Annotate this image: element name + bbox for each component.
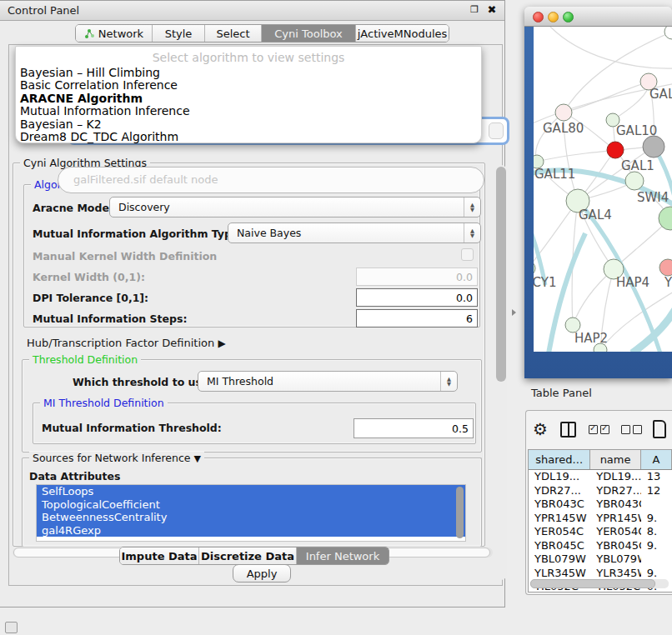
- mi-algorithm-type-combobox[interactable]: Naive Bayes ▲▼: [228, 222, 481, 243]
- dpi-tolerance-field[interactable]: 0.0: [356, 288, 478, 307]
- threshold-definition-group: Threshold Definition Which threshold to …: [22, 359, 482, 452]
- network-node[interactable]: [534, 261, 535, 276]
- sources-title[interactable]: Sources for Network Inference ▼: [29, 452, 204, 464]
- data-attributes-label: Data Attributes: [29, 470, 120, 482]
- mi-threshold-field[interactable]: 0.5: [354, 418, 474, 438]
- column-header-shared[interactable]: shared...: [529, 450, 590, 469]
- attribute-list-item[interactable]: TopologicalCoefficient: [37, 498, 465, 512]
- control-panel-titlebar: Control Panel ❐ ✖: [0, 1, 504, 21]
- algorithm-option[interactable]: ARACNE Algorithm: [16, 92, 481, 105]
- node-label-SWI4: SWI4: [637, 190, 669, 205]
- network-edge[interactable]: [550, 27, 672, 68]
- table-cell: [641, 498, 672, 512]
- collapsed-panel-icon[interactable]: [5, 622, 18, 633]
- network-edge[interactable]: [564, 82, 649, 112]
- attribute-list-item[interactable]: gal4RGexp: [37, 524, 465, 538]
- document-icon[interactable]: [647, 420, 672, 438]
- table-row[interactable]: YDL19...YDL19...13: [529, 470, 672, 484]
- table-row[interactable]: YER054CYER054C8.: [529, 525, 672, 539]
- minimize-traffic-icon[interactable]: [548, 12, 559, 22]
- checked-boxes-icon[interactable]: [583, 425, 616, 434]
- float-window-icon[interactable]: ❐: [469, 4, 480, 16]
- mi-steps-field[interactable]: 6: [356, 309, 478, 328]
- tab-discretize-data[interactable]: Discretize Data: [199, 548, 297, 564]
- table-row[interactable]: YLR345WYLR345W9.: [529, 567, 672, 581]
- tab-network[interactable]: Network: [76, 25, 153, 42]
- mi-steps-value: 6: [466, 312, 473, 325]
- algorithm-option[interactable]: Mutual Information Inference: [16, 105, 481, 118]
- close-icon[interactable]: ✖: [486, 4, 498, 16]
- hub-definition-expander[interactable]: Hub/Transcription Factor Definition ▶: [27, 337, 226, 349]
- table-row[interactable]: YDR27...YDR27...12: [529, 484, 672, 498]
- table-cell: YBR045C: [529, 539, 590, 553]
- network-node[interactable]: [659, 259, 672, 276]
- network-filter-field[interactable]: galFiltered.sif default node: [58, 167, 484, 193]
- aracne-mode-combobox[interactable]: Discovery ▲▼: [109, 197, 481, 218]
- table-row[interactable]: YBR043CYBR043C: [529, 498, 672, 512]
- column-header-A[interactable]: A: [641, 450, 672, 469]
- table-row[interactable]: YPR145WYPR145W9.: [529, 512, 672, 526]
- tab-impute-data[interactable]: Impute Data: [120, 548, 199, 564]
- kernel-width-value: 0.0: [456, 271, 473, 283]
- network-node[interactable]: [625, 172, 644, 190]
- node-label-GAL: GAL: [649, 87, 672, 102]
- table-cell: 9.: [641, 512, 672, 526]
- network-node[interactable]: [607, 142, 624, 158]
- gear-icon[interactable]: ⚙: [526, 419, 554, 439]
- kernel-width-field[interactable]: 0.0: [356, 268, 478, 286]
- tab-select[interactable]: Select: [205, 25, 262, 42]
- expander-down-arrow-icon[interactable]: ▼: [193, 453, 200, 464]
- tab-infer-network[interactable]: Infer Network: [297, 548, 389, 564]
- dpi-tolerance-label: DPI Tolerance [0,1]:: [33, 292, 148, 304]
- network-node[interactable]: [659, 207, 672, 230]
- threshold-definition-title: Threshold Definition: [29, 353, 141, 366]
- tab-label: Cyni Toolbox: [274, 28, 343, 40]
- network-node[interactable]: [555, 104, 572, 121]
- zoom-traffic-icon[interactable]: [563, 12, 574, 22]
- settings-vertical-scrollbar[interactable]: [495, 165, 507, 580]
- mi-threshold-definition-group: MI Threshold Definition Mutual Informati…: [33, 402, 476, 444]
- network-canvas[interactable]: GALGAL80GAL10GAL1GAL11SWI4GAL4GCY1HAP4YH…: [534, 27, 672, 352]
- algorithm-option[interactable]: Bayesian – K2: [16, 118, 481, 131]
- table-cell: YDL19...: [529, 470, 590, 484]
- which-threshold-combobox[interactable]: MI Threshold ▲▼: [198, 371, 458, 392]
- algorithm-option[interactable]: Dream8 DC_TDC Algorithm: [16, 131, 481, 143]
- scrollbar-thumb[interactable]: [530, 579, 655, 588]
- table-cell: YBR043C: [590, 498, 640, 512]
- attribute-list-item[interactable]: SelfLoops: [37, 485, 465, 498]
- table-panel-title: Table Panel: [531, 387, 592, 399]
- attribute-list-item[interactable]: BetweennessCentrality: [37, 511, 465, 524]
- data-attributes-list[interactable]: SelfLoopsTopologicalCoefficientBetweenne…: [36, 484, 466, 542]
- node-label-GAL11: GAL11: [534, 167, 575, 182]
- scrollbar-thumb[interactable]: [496, 167, 506, 382]
- tab-style[interactable]: Style: [153, 25, 205, 42]
- which-threshold-label: Which threshold to use:: [73, 376, 213, 388]
- node-label-Y: Y: [664, 275, 672, 290]
- aracne-mode-value: Discovery: [110, 201, 464, 213]
- table-horizontal-scrollbar[interactable]: [530, 579, 669, 588]
- cyni-bottom-tab-bar: Impute DataDiscretize DataInfer Network: [119, 547, 389, 565]
- column-header-name[interactable]: name: [590, 450, 640, 469]
- network-edge[interactable]: [600, 292, 672, 350]
- table-row[interactable]: YBL079WYBL079W: [529, 552, 672, 567]
- table-cell: YPR145W: [590, 512, 640, 526]
- network-icon: [84, 28, 95, 39]
- tab-jactivemnodules[interactable]: jActiveMNodules: [356, 25, 449, 42]
- network-node[interactable]: [643, 136, 664, 158]
- network-graph[interactable]: GALGAL80GAL10GAL1GAL11SWI4GAL4GCY1HAP4YH…: [534, 27, 672, 352]
- algorithm-option[interactable]: Basic Correlation Inference: [16, 79, 481, 92]
- tab-cyni-toolbox[interactable]: Cyni Toolbox: [262, 25, 356, 42]
- splitter-handle-icon[interactable]: [512, 309, 516, 316]
- sources-title-text: Sources for Network Inference: [33, 452, 190, 464]
- network-node[interactable]: [664, 27, 672, 39]
- table-row[interactable]: YBR045CYBR045C9.: [529, 539, 672, 553]
- close-traffic-icon[interactable]: [533, 12, 544, 22]
- node-label-GCY1: GCY1: [534, 275, 557, 290]
- attribute-list-scrollbar[interactable]: [456, 487, 464, 538]
- apply-button[interactable]: Apply: [233, 564, 291, 582]
- columns-icon[interactable]: [554, 422, 583, 438]
- unchecked-boxes-icon[interactable]: [615, 425, 647, 434]
- algorithm-option[interactable]: Bayesian – Hill Climbing: [16, 67, 481, 79]
- manual-kernel-width-checkbox[interactable]: [461, 248, 474, 261]
- expander-right-arrow-icon[interactable]: ▶: [218, 338, 225, 349]
